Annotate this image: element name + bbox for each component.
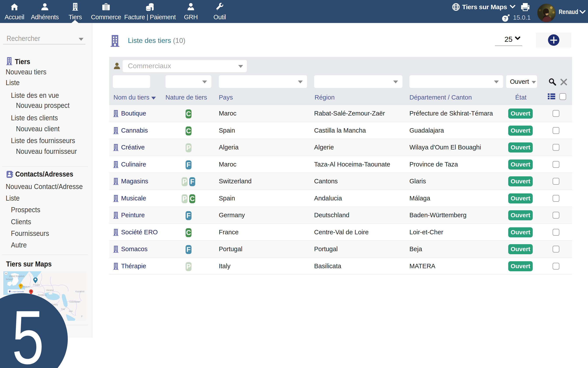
- svg-text:Ireland: Ireland: [6, 278, 13, 280]
- svg-text:Ukraine: Ukraine: [46, 289, 54, 291]
- svg-text:×: ×: [23, 290, 24, 292]
- svg-text:Iran: Iran: [69, 310, 72, 313]
- svg-text:United Kingdom: United Kingdom: [9, 275, 25, 277]
- svg-text:Iraq: Iraq: [61, 308, 65, 310]
- svg-text:Uzbekistan: Uzbekistan: [69, 301, 80, 303]
- svg-text:P: P: [81, 315, 83, 318]
- svg-text:Belgium: Belgium: [22, 285, 30, 288]
- svg-text:1 rue Centrale: 1 rue Centrale: [11, 291, 24, 293]
- svg-text:?: ?: [504, 16, 507, 21]
- svg-text:Poland: Poland: [33, 284, 40, 286]
- svg-text:Kazakhst: Kazakhst: [75, 290, 84, 293]
